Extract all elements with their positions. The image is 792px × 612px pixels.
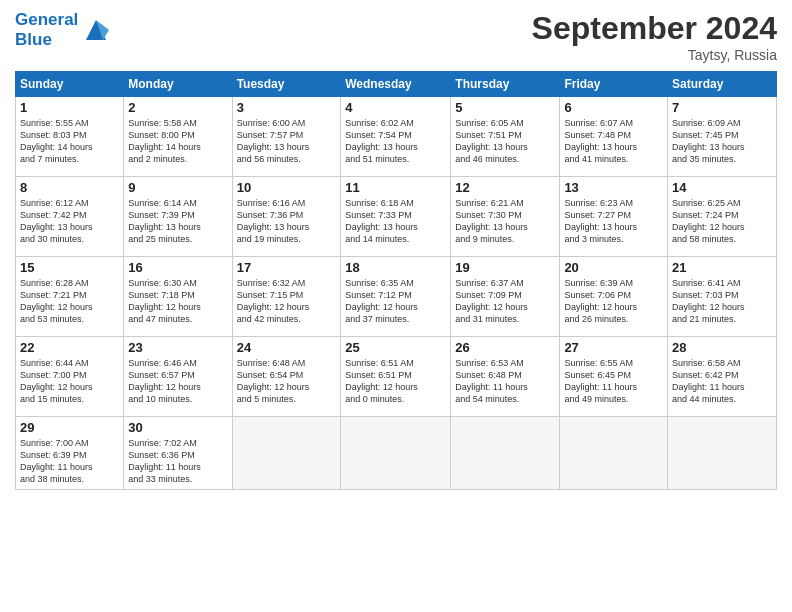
month-title: September 2024 <box>532 10 777 47</box>
day-number: 2 <box>128 100 227 115</box>
day-info: Sunrise: 6:48 AM Sunset: 6:54 PM Dayligh… <box>237 357 337 406</box>
day-info: Sunrise: 6:23 AM Sunset: 7:27 PM Dayligh… <box>564 197 663 246</box>
day-number: 18 <box>345 260 446 275</box>
calendar-cell: 15Sunrise: 6:28 AM Sunset: 7:21 PM Dayli… <box>16 257 124 337</box>
calendar-week-row: 1Sunrise: 5:55 AM Sunset: 8:03 PM Daylig… <box>16 97 777 177</box>
day-number: 15 <box>20 260 119 275</box>
day-info: Sunrise: 6:46 AM Sunset: 6:57 PM Dayligh… <box>128 357 227 406</box>
calendar-cell: 21Sunrise: 6:41 AM Sunset: 7:03 PM Dayli… <box>668 257 777 337</box>
day-info: Sunrise: 5:58 AM Sunset: 8:00 PM Dayligh… <box>128 117 227 166</box>
location: Taytsy, Russia <box>532 47 777 63</box>
title-block: September 2024 Taytsy, Russia <box>532 10 777 63</box>
col-wednesday: Wednesday <box>341 72 451 97</box>
day-info: Sunrise: 6:05 AM Sunset: 7:51 PM Dayligh… <box>455 117 555 166</box>
logo-general: General <box>15 10 78 29</box>
col-monday: Monday <box>124 72 232 97</box>
calendar-cell: 14Sunrise: 6:25 AM Sunset: 7:24 PM Dayli… <box>668 177 777 257</box>
col-friday: Friday <box>560 72 668 97</box>
day-number: 12 <box>455 180 555 195</box>
col-saturday: Saturday <box>668 72 777 97</box>
day-number: 22 <box>20 340 119 355</box>
col-tuesday: Tuesday <box>232 72 341 97</box>
day-number: 11 <box>345 180 446 195</box>
calendar-cell: 19Sunrise: 6:37 AM Sunset: 7:09 PM Dayli… <box>451 257 560 337</box>
day-info: Sunrise: 6:32 AM Sunset: 7:15 PM Dayligh… <box>237 277 337 326</box>
day-info: Sunrise: 6:02 AM Sunset: 7:54 PM Dayligh… <box>345 117 446 166</box>
calendar-cell: 3Sunrise: 6:00 AM Sunset: 7:57 PM Daylig… <box>232 97 341 177</box>
day-info: Sunrise: 6:58 AM Sunset: 6:42 PM Dayligh… <box>672 357 772 406</box>
calendar-cell: 29Sunrise: 7:00 AM Sunset: 6:39 PM Dayli… <box>16 417 124 490</box>
day-info: Sunrise: 6:51 AM Sunset: 6:51 PM Dayligh… <box>345 357 446 406</box>
day-number: 27 <box>564 340 663 355</box>
day-info: Sunrise: 6:30 AM Sunset: 7:18 PM Dayligh… <box>128 277 227 326</box>
day-number: 21 <box>672 260 772 275</box>
day-info: Sunrise: 6:37 AM Sunset: 7:09 PM Dayligh… <box>455 277 555 326</box>
calendar-cell: 27Sunrise: 6:55 AM Sunset: 6:45 PM Dayli… <box>560 337 668 417</box>
col-sunday: Sunday <box>16 72 124 97</box>
day-number: 20 <box>564 260 663 275</box>
calendar-cell: 11Sunrise: 6:18 AM Sunset: 7:33 PM Dayli… <box>341 177 451 257</box>
day-info: Sunrise: 6:18 AM Sunset: 7:33 PM Dayligh… <box>345 197 446 246</box>
day-info: Sunrise: 6:25 AM Sunset: 7:24 PM Dayligh… <box>672 197 772 246</box>
calendar-cell: 1Sunrise: 5:55 AM Sunset: 8:03 PM Daylig… <box>16 97 124 177</box>
calendar-cell: 10Sunrise: 6:16 AM Sunset: 7:36 PM Dayli… <box>232 177 341 257</box>
calendar-cell: 30Sunrise: 7:02 AM Sunset: 6:36 PM Dayli… <box>124 417 232 490</box>
calendar-cell: 26Sunrise: 6:53 AM Sunset: 6:48 PM Dayli… <box>451 337 560 417</box>
day-info: Sunrise: 6:39 AM Sunset: 7:06 PM Dayligh… <box>564 277 663 326</box>
calendar-cell <box>668 417 777 490</box>
logo: General Blue <box>15 10 111 49</box>
calendar-cell: 18Sunrise: 6:35 AM Sunset: 7:12 PM Dayli… <box>341 257 451 337</box>
day-number: 24 <box>237 340 337 355</box>
calendar-cell: 5Sunrise: 6:05 AM Sunset: 7:51 PM Daylig… <box>451 97 560 177</box>
day-number: 4 <box>345 100 446 115</box>
day-number: 7 <box>672 100 772 115</box>
logo-blue: Blue <box>15 30 52 49</box>
day-number: 9 <box>128 180 227 195</box>
calendar-week-row: 8Sunrise: 6:12 AM Sunset: 7:42 PM Daylig… <box>16 177 777 257</box>
day-number: 16 <box>128 260 227 275</box>
day-info: Sunrise: 6:12 AM Sunset: 7:42 PM Dayligh… <box>20 197 119 246</box>
calendar-cell <box>560 417 668 490</box>
logo-icon <box>81 15 111 45</box>
day-info: Sunrise: 6:35 AM Sunset: 7:12 PM Dayligh… <box>345 277 446 326</box>
calendar-cell: 16Sunrise: 6:30 AM Sunset: 7:18 PM Dayli… <box>124 257 232 337</box>
day-info: Sunrise: 6:14 AM Sunset: 7:39 PM Dayligh… <box>128 197 227 246</box>
day-info: Sunrise: 6:28 AM Sunset: 7:21 PM Dayligh… <box>20 277 119 326</box>
calendar-week-row: 22Sunrise: 6:44 AM Sunset: 7:00 PM Dayli… <box>16 337 777 417</box>
day-number: 30 <box>128 420 227 435</box>
calendar-cell: 6Sunrise: 6:07 AM Sunset: 7:48 PM Daylig… <box>560 97 668 177</box>
day-number: 19 <box>455 260 555 275</box>
calendar-cell: 24Sunrise: 6:48 AM Sunset: 6:54 PM Dayli… <box>232 337 341 417</box>
day-number: 3 <box>237 100 337 115</box>
calendar-cell: 12Sunrise: 6:21 AM Sunset: 7:30 PM Dayli… <box>451 177 560 257</box>
day-number: 23 <box>128 340 227 355</box>
calendar-cell: 8Sunrise: 6:12 AM Sunset: 7:42 PM Daylig… <box>16 177 124 257</box>
day-info: Sunrise: 6:07 AM Sunset: 7:48 PM Dayligh… <box>564 117 663 166</box>
page-container: General Blue September 2024 Taytsy, Russ… <box>0 0 792 500</box>
day-number: 5 <box>455 100 555 115</box>
day-info: Sunrise: 6:16 AM Sunset: 7:36 PM Dayligh… <box>237 197 337 246</box>
day-number: 14 <box>672 180 772 195</box>
calendar-cell: 28Sunrise: 6:58 AM Sunset: 6:42 PM Dayli… <box>668 337 777 417</box>
calendar-cell: 17Sunrise: 6:32 AM Sunset: 7:15 PM Dayli… <box>232 257 341 337</box>
calendar-cell <box>232 417 341 490</box>
day-number: 28 <box>672 340 772 355</box>
day-number: 8 <box>20 180 119 195</box>
calendar-cell: 2Sunrise: 5:58 AM Sunset: 8:00 PM Daylig… <box>124 97 232 177</box>
calendar-cell: 7Sunrise: 6:09 AM Sunset: 7:45 PM Daylig… <box>668 97 777 177</box>
day-number: 1 <box>20 100 119 115</box>
calendar-cell: 25Sunrise: 6:51 AM Sunset: 6:51 PM Dayli… <box>341 337 451 417</box>
calendar-cell: 23Sunrise: 6:46 AM Sunset: 6:57 PM Dayli… <box>124 337 232 417</box>
calendar-cell <box>451 417 560 490</box>
calendar-cell: 20Sunrise: 6:39 AM Sunset: 7:06 PM Dayli… <box>560 257 668 337</box>
day-number: 25 <box>345 340 446 355</box>
day-info: Sunrise: 6:41 AM Sunset: 7:03 PM Dayligh… <box>672 277 772 326</box>
day-number: 13 <box>564 180 663 195</box>
day-info: Sunrise: 6:09 AM Sunset: 7:45 PM Dayligh… <box>672 117 772 166</box>
day-info: Sunrise: 6:00 AM Sunset: 7:57 PM Dayligh… <box>237 117 337 166</box>
day-info: Sunrise: 5:55 AM Sunset: 8:03 PM Dayligh… <box>20 117 119 166</box>
day-info: Sunrise: 7:02 AM Sunset: 6:36 PM Dayligh… <box>128 437 227 486</box>
day-number: 10 <box>237 180 337 195</box>
day-number: 6 <box>564 100 663 115</box>
day-number: 29 <box>20 420 119 435</box>
